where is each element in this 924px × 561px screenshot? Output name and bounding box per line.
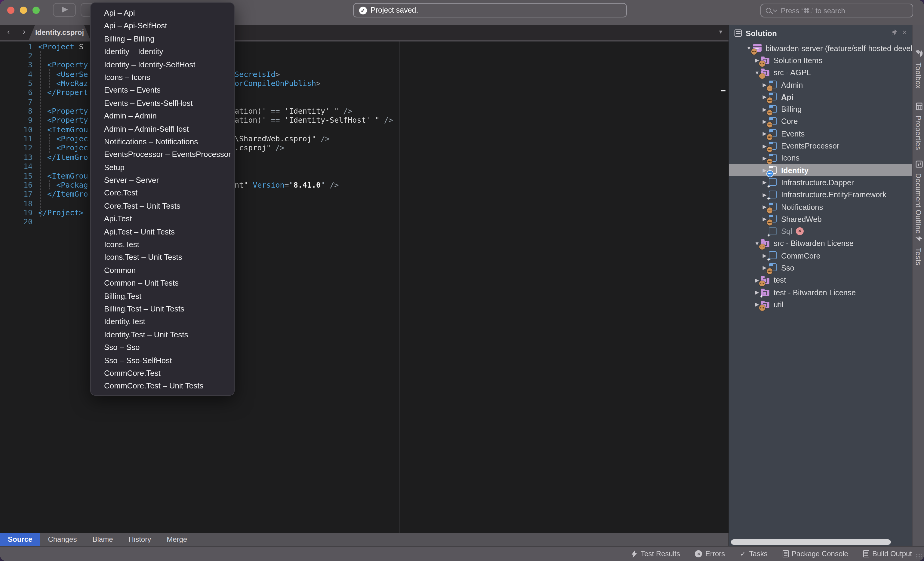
tree-item-identity[interactable]: ▶Identity [729,164,912,177]
menu-item[interactable]: Billing.Test – Unit Tests [91,302,234,316]
menu-item[interactable]: CommCore.Test – Unit Tests [91,380,234,393]
menu-item[interactable]: Setup [91,161,234,174]
tree-item-src-bitwarden-license[interactable]: ▼src - Bitwarden License [729,238,912,250]
pending-changes-badge [767,220,772,226]
tree-item-api[interactable]: ▶Api [729,91,912,103]
menu-item[interactable]: EventsProcessor – EventsProcessor [91,148,234,161]
menu-item[interactable]: Identity – Identity-SelfHost [91,58,234,71]
menu-item[interactable]: Api.Test [91,212,234,226]
tree-item-bitwarden-server-feature-self-hosted-development[interactable]: ▼bitwarden-server (feature/self-hosted-d… [729,42,912,54]
menu-item[interactable]: Api – Api [91,7,234,19]
tree-item-infrastructure-dapper[interactable]: ▶Infrastructure.Dapper [729,177,912,189]
status-pad-label: Package Console [792,550,848,558]
zoom-window-button[interactable] [33,6,40,13]
tree-item-infrastructure-entityframework[interactable]: ▶Infrastructure.EntityFramework [729,188,912,201]
tree-item-notifications[interactable]: ▶Notifications [729,201,912,213]
status-pad-build-output[interactable]: Build Output [863,550,912,558]
hammer-icon [913,49,924,57]
tree-item-solution-items[interactable]: ▶Solution Items [729,54,912,67]
tree-item-src-agpl[interactable]: ▼src - AGPL [729,66,912,79]
status-pad-tasks[interactable]: ✓Tasks [740,550,768,558]
status-pad-package-console[interactable]: Package Console [783,550,848,558]
menu-item[interactable]: Core.Test – Unit Tests [91,200,234,212]
horizontal-scrollbar[interactable] [730,539,891,545]
menu-item[interactable]: Identity – Identity [91,45,234,58]
pin-icon[interactable] [890,29,897,36]
global-search[interactable] [760,4,913,18]
code-text-fragment: nt" Version="8.41.0" /> [235,180,339,190]
chevron-collapsed-icon[interactable]: ▶ [760,253,768,259]
tree-item-admin[interactable]: ▶Admin [729,79,912,91]
menu-item[interactable]: CommCore.Test [91,367,234,380]
dock-tab-toolbox[interactable]: Toolbox [912,48,924,89]
tree-item-icons[interactable]: ▶Icons [729,152,912,164]
menu-item[interactable]: Icons – Icons [91,71,234,84]
menu-item[interactable]: Events – Events-SelfHost [91,97,234,109]
tree-item-core[interactable]: ▶Core [729,115,912,128]
dock-tab-properties[interactable]: Properties [912,101,924,150]
project-icon [768,178,777,187]
line-number: 6 [0,88,33,97]
view-tab-source[interactable]: Source [0,533,40,546]
tree-item-test-bitwarden-license[interactable]: ▶test - Bitwarden License [729,286,912,299]
menu-item[interactable]: Identity.Test [91,316,234,328]
menu-item[interactable]: Core.Test [91,187,234,200]
tree-item-util[interactable]: ▶util [729,298,912,311]
search-input[interactable] [781,6,895,15]
menu-item[interactable]: Icons.Test – Unit Tests [91,251,234,264]
minimize-window-button[interactable] [20,6,27,13]
chevron-collapsed-icon[interactable]: ▶ [753,289,761,295]
menu-item[interactable]: Icons.Test [91,238,234,251]
menu-item[interactable]: Identity.Test – Unit Tests [91,328,234,341]
menu-item[interactable]: Sso – Sso-SelfHost [91,354,234,367]
tab-identity-csproj[interactable]: Identity.csproj [29,25,90,40]
status-pad-errors[interactable]: ×Errors [695,550,725,558]
menu-item[interactable]: Common – Unit Tests [91,277,234,290]
pending-changes-badge [759,244,765,250]
view-tab-merge[interactable]: Merge [159,533,195,546]
tree-item-test[interactable]: ▶test [729,274,912,286]
menu-item[interactable]: Server – Server [91,174,234,187]
close-icon[interactable]: × [902,28,907,37]
menu-item[interactable]: Api.Test – Unit Tests [91,225,234,238]
menu-item[interactable]: Billing – Billing [91,33,234,45]
tree-item-label: Api [781,93,794,102]
menu-item[interactable]: Admin – Admin [91,109,234,123]
pending-changes-badge [767,208,772,213]
tree-item-label: Infrastructure.Dapper [781,178,854,187]
run-button[interactable] [53,3,76,17]
tree-item-sso[interactable]: ▶Sso [729,262,912,274]
tree-item-events[interactable]: ▶Events [729,127,912,140]
menu-item[interactable]: Notifications – Notifications [91,135,234,148]
pending-changes-badge [767,85,772,91]
menu-item[interactable]: Sso – Sso [91,341,234,354]
tree-item-sql[interactable]: Sql× [729,225,912,238]
tree-item-commcore[interactable]: ▶CommCore [729,250,912,262]
tree-item-label: Solution Items [774,56,822,65]
close-window-button[interactable] [7,6,14,13]
view-tab-history[interactable]: History [121,533,159,546]
line-number: 20 [0,217,33,227]
dock-tab-tests[interactable]: Tests [912,233,924,265]
tab-overflow-icon[interactable]: ▼ [718,29,723,35]
tree-item-label: Notifications [781,202,823,211]
tree-item-billing[interactable]: ▶Billing [729,103,912,115]
tree-item-sharedweb[interactable]: ▶SharedWeb [729,213,912,225]
view-tab-changes[interactable]: Changes [40,533,84,546]
resize-grip-icon[interactable] [916,553,922,559]
menu-item[interactable]: Common [91,264,234,277]
menu-item[interactable]: Events – Events [91,84,234,97]
chevron-collapsed-icon[interactable]: ▶ [760,191,768,197]
menu-item[interactable]: Api – Api-SelfHost [91,19,234,33]
tree-item-eventsprocessor[interactable]: ▶EventsProcessor [729,140,912,152]
view-tab-blame[interactable]: Blame [84,533,121,546]
back-button[interactable]: ‹ [3,27,14,36]
chevron-collapsed-icon[interactable]: ▶ [760,180,768,186]
menu-item[interactable]: Billing.Test [91,290,234,302]
menu-item[interactable]: Admin – Admin-SelfHost [91,123,234,135]
status-pad-test-results[interactable]: Test Results [631,550,680,558]
pending-changes-badge [767,268,772,274]
dock-tab-document-outline[interactable]: Document Outline [912,159,924,234]
forward-button[interactable]: › [19,27,30,36]
pending-changes-badge [759,281,765,287]
